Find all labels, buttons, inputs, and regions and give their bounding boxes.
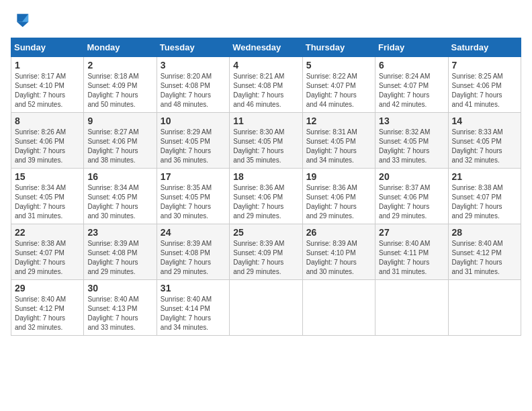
day-number: 19: [306, 171, 371, 182]
svg-marker-2: [17, 22, 28, 27]
day-number: 22: [15, 227, 80, 238]
day-info: Sunrise: 8:25 AM Sunset: 4:06 PM Dayligh…: [452, 72, 517, 109]
calendar-cell: 14 Sunrise: 8:33 AM Sunset: 4:05 PM Dayl…: [448, 113, 521, 169]
calendar-cell: 19 Sunrise: 8:36 AM Sunset: 4:06 PM Dayl…: [302, 169, 375, 224]
calendar-cell: 31 Sunrise: 8:40 AM Sunset: 4:14 PM Dayl…: [157, 280, 229, 336]
day-number: 11: [233, 116, 298, 126]
header-day-thursday: Thursday: [302, 38, 375, 57]
calendar-cell: 29 Sunrise: 8:40 AM Sunset: 4:12 PM Dayl…: [11, 280, 84, 336]
day-number: 26: [306, 227, 371, 238]
calendar-cell: 17 Sunrise: 8:35 AM Sunset: 4:05 PM Dayl…: [157, 169, 229, 224]
calendar-cell: 6 Sunrise: 8:24 AM Sunset: 4:07 PM Dayli…: [375, 57, 448, 113]
header-day-tuesday: Tuesday: [157, 38, 229, 57]
calendar-cell: 26 Sunrise: 8:39 AM Sunset: 4:10 PM Dayl…: [302, 224, 375, 280]
day-info: Sunrise: 8:34 AM Sunset: 4:05 PM Dayligh…: [15, 183, 80, 221]
day-number: 28: [452, 227, 517, 238]
day-number: 14: [452, 116, 517, 126]
header-day-friday: Friday: [375, 38, 448, 57]
day-number: 6: [379, 60, 444, 71]
calendar-cell: 8 Sunrise: 8:26 AM Sunset: 4:06 PM Dayli…: [11, 113, 84, 169]
day-info: Sunrise: 8:40 AM Sunset: 4:12 PM Dayligh…: [15, 295, 80, 332]
day-info: Sunrise: 8:29 AM Sunset: 4:05 PM Dayligh…: [161, 128, 226, 165]
page-header: [11, 11, 521, 30]
logo: [11, 11, 32, 30]
day-number: 2: [87, 60, 152, 71]
day-info: Sunrise: 8:40 AM Sunset: 4:11 PM Dayligh…: [379, 239, 444, 277]
calendar-cell: 24 Sunrise: 8:39 AM Sunset: 4:08 PM Dayl…: [157, 224, 229, 280]
header-row: SundayMondayTuesdayWednesdayThursdayFrid…: [11, 38, 521, 57]
day-number: 25: [233, 227, 298, 238]
day-info: Sunrise: 8:22 AM Sunset: 4:07 PM Dayligh…: [306, 72, 371, 109]
day-info: Sunrise: 8:40 AM Sunset: 4:14 PM Dayligh…: [161, 295, 226, 332]
day-number: 29: [15, 283, 80, 293]
day-info: Sunrise: 8:36 AM Sunset: 4:06 PM Dayligh…: [306, 183, 371, 221]
week-row-3: 15 Sunrise: 8:34 AM Sunset: 4:05 PM Dayl…: [11, 169, 521, 224]
calendar-cell: [448, 280, 521, 336]
day-info: Sunrise: 8:37 AM Sunset: 4:06 PM Dayligh…: [379, 183, 444, 221]
calendar-cell: 20 Sunrise: 8:37 AM Sunset: 4:06 PM Dayl…: [375, 169, 448, 224]
day-info: Sunrise: 8:36 AM Sunset: 4:06 PM Dayligh…: [233, 183, 298, 221]
day-info: Sunrise: 8:26 AM Sunset: 4:06 PM Dayligh…: [15, 128, 80, 165]
day-info: Sunrise: 8:18 AM Sunset: 4:09 PM Dayligh…: [87, 72, 152, 109]
day-info: Sunrise: 8:35 AM Sunset: 4:05 PM Dayligh…: [161, 183, 226, 221]
calendar-cell: 3 Sunrise: 8:20 AM Sunset: 4:08 PM Dayli…: [157, 57, 229, 113]
header-day-wednesday: Wednesday: [230, 38, 302, 57]
day-info: Sunrise: 8:39 AM Sunset: 4:10 PM Dayligh…: [306, 239, 371, 277]
day-info: Sunrise: 8:38 AM Sunset: 4:07 PM Dayligh…: [15, 239, 80, 277]
calendar-table: SundayMondayTuesdayWednesdayThursdayFrid…: [11, 38, 521, 336]
day-info: Sunrise: 8:32 AM Sunset: 4:05 PM Dayligh…: [379, 128, 444, 165]
header-day-saturday: Saturday: [448, 38, 521, 57]
day-number: 7: [452, 60, 517, 71]
calendar-cell: 27 Sunrise: 8:40 AM Sunset: 4:11 PM Dayl…: [375, 224, 448, 280]
day-number: 4: [233, 60, 298, 71]
day-info: Sunrise: 8:39 AM Sunset: 4:08 PM Dayligh…: [161, 239, 226, 277]
day-number: 13: [379, 116, 444, 126]
week-row-1: 1 Sunrise: 8:17 AM Sunset: 4:10 PM Dayli…: [11, 57, 521, 113]
day-number: 16: [87, 171, 152, 182]
day-number: 24: [161, 227, 226, 238]
calendar-cell: 1 Sunrise: 8:17 AM Sunset: 4:10 PM Dayli…: [11, 57, 84, 113]
day-number: 3: [161, 60, 226, 71]
day-info: Sunrise: 8:17 AM Sunset: 4:10 PM Dayligh…: [15, 72, 80, 109]
calendar-cell: 18 Sunrise: 8:36 AM Sunset: 4:06 PM Dayl…: [230, 169, 302, 224]
day-info: Sunrise: 8:33 AM Sunset: 4:05 PM Dayligh…: [452, 128, 517, 165]
calendar-cell: 30 Sunrise: 8:40 AM Sunset: 4:13 PM Dayl…: [84, 280, 157, 336]
calendar-cell: 9 Sunrise: 8:27 AM Sunset: 4:06 PM Dayli…: [84, 113, 157, 169]
calendar-cell: 2 Sunrise: 8:18 AM Sunset: 4:09 PM Dayli…: [84, 57, 157, 113]
calendar-cell: [302, 280, 375, 336]
day-number: 15: [15, 171, 80, 182]
day-info: Sunrise: 8:38 AM Sunset: 4:07 PM Dayligh…: [452, 183, 517, 221]
day-number: 21: [452, 171, 517, 182]
day-number: 5: [306, 60, 371, 71]
week-row-2: 8 Sunrise: 8:26 AM Sunset: 4:06 PM Dayli…: [11, 113, 521, 169]
week-row-5: 29 Sunrise: 8:40 AM Sunset: 4:12 PM Dayl…: [11, 280, 521, 336]
day-info: Sunrise: 8:24 AM Sunset: 4:07 PM Dayligh…: [379, 72, 444, 109]
calendar-cell: 11 Sunrise: 8:30 AM Sunset: 4:05 PM Dayl…: [230, 113, 302, 169]
day-number: 12: [306, 116, 371, 126]
day-number: 17: [161, 171, 226, 182]
header-day-sunday: Sunday: [11, 38, 84, 57]
calendar-cell: 28 Sunrise: 8:40 AM Sunset: 4:12 PM Dayl…: [448, 224, 521, 280]
day-number: 1: [15, 60, 80, 71]
week-row-4: 22 Sunrise: 8:38 AM Sunset: 4:07 PM Dayl…: [11, 224, 521, 280]
calendar-cell: 7 Sunrise: 8:25 AM Sunset: 4:06 PM Dayli…: [448, 57, 521, 113]
calendar-cell: 12 Sunrise: 8:31 AM Sunset: 4:05 PM Dayl…: [302, 113, 375, 169]
day-number: 23: [87, 227, 152, 238]
day-info: Sunrise: 8:21 AM Sunset: 4:08 PM Dayligh…: [233, 72, 298, 109]
day-info: Sunrise: 8:39 AM Sunset: 4:09 PM Dayligh…: [233, 239, 298, 277]
header-day-monday: Monday: [84, 38, 157, 57]
calendar-cell: 10 Sunrise: 8:29 AM Sunset: 4:05 PM Dayl…: [157, 113, 229, 169]
calendar-cell: 4 Sunrise: 8:21 AM Sunset: 4:08 PM Dayli…: [230, 57, 302, 113]
calendar-cell: 25 Sunrise: 8:39 AM Sunset: 4:09 PM Dayl…: [230, 224, 302, 280]
calendar-cell: 13 Sunrise: 8:32 AM Sunset: 4:05 PM Dayl…: [375, 113, 448, 169]
day-number: 9: [87, 116, 152, 126]
calendar-cell: 22 Sunrise: 8:38 AM Sunset: 4:07 PM Dayl…: [11, 224, 84, 280]
day-number: 31: [161, 283, 226, 293]
day-number: 10: [161, 116, 226, 126]
day-number: 20: [379, 171, 444, 182]
day-number: 30: [87, 283, 152, 293]
calendar-cell: [375, 280, 448, 336]
calendar-cell: 5 Sunrise: 8:22 AM Sunset: 4:07 PM Dayli…: [302, 57, 375, 113]
calendar-cell: 15 Sunrise: 8:34 AM Sunset: 4:05 PM Dayl…: [11, 169, 84, 224]
day-info: Sunrise: 8:31 AM Sunset: 4:05 PM Dayligh…: [306, 128, 371, 165]
